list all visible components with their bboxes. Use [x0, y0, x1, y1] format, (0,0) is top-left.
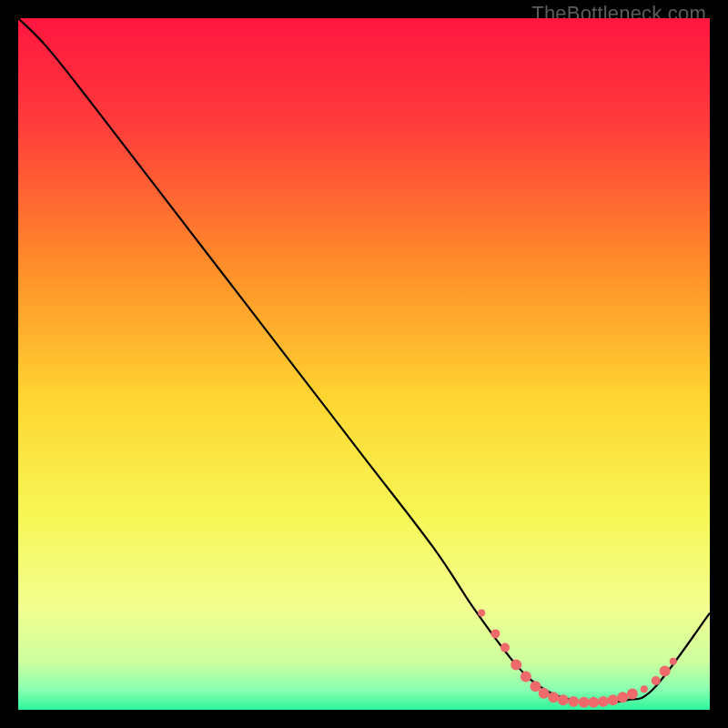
optimum-marker — [548, 692, 559, 703]
bottleneck-chart — [18, 18, 710, 710]
optimum-marker — [490, 629, 500, 638]
optimum-marker — [660, 665, 671, 676]
optimum-marker — [579, 697, 590, 708]
optimum-marker — [500, 643, 510, 652]
optimum-marker — [617, 692, 628, 703]
optimum-marker — [478, 610, 485, 617]
optimum-marker — [558, 694, 569, 705]
optimum-marker — [641, 685, 648, 693]
chart-frame — [18, 18, 710, 710]
optimum-marker — [598, 696, 609, 707]
optimum-marker — [627, 689, 638, 700]
optimum-marker — [568, 696, 579, 707]
gradient-background — [18, 18, 710, 710]
optimum-marker — [511, 660, 521, 671]
optimum-marker — [539, 688, 550, 699]
optimum-marker — [521, 672, 531, 682]
optimum-marker — [652, 676, 661, 685]
optimum-marker — [670, 658, 677, 665]
optimum-marker — [588, 697, 599, 708]
optimum-marker — [608, 694, 619, 705]
